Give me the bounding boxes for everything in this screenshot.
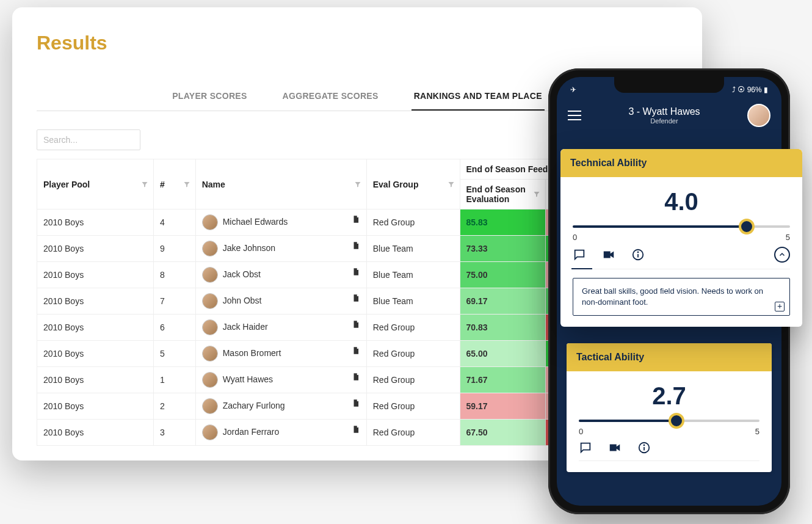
svg-point-2 [643,445,644,445]
cell-name: Jack Haider [195,315,366,341]
slider-min: 0 [573,233,577,242]
top-bar: 3 - Wyatt Hawes Defender [557,98,781,136]
tab-aggregate-scores[interactable]: AGGREGATE SCORES [280,85,381,111]
video-icon[interactable] [602,248,615,261]
avatar [202,372,218,388]
avatar [202,346,218,362]
cell-num: 5 [153,341,195,367]
cell-name: Zachary Furlong [195,393,366,420]
avatar [202,293,218,309]
cell-eval: 71.67 [460,367,545,393]
page-title: Results [37,32,678,54]
filter-icon[interactable] [354,181,361,188]
score-slider[interactable] [579,420,759,422]
card-header: Tactical Ability [567,343,772,371]
status-left: ✈ [570,86,576,94]
add-note-icon[interactable]: + [775,302,785,311]
filter-icon[interactable] [448,181,455,188]
cell-name: Jake Johnson [195,236,366,262]
slider-thumb[interactable] [739,219,755,235]
document-icon[interactable] [352,319,360,329]
svg-point-5 [637,252,638,252]
cell-num: 7 [153,288,195,315]
avatar [202,241,218,257]
document-icon[interactable] [352,293,360,303]
cell-name: Wyatt Hawes [195,367,366,393]
document-icon[interactable] [352,267,360,277]
avatar [202,267,218,283]
phone-notch [614,77,724,93]
cell-num: 8 [153,262,195,288]
cell-name: Mason Bromert [195,341,366,367]
cell-num: 4 [153,209,195,236]
status-right: ⤴ ⦿ 96% ▮ [732,86,768,94]
slider-thumb[interactable] [669,413,684,429]
cell-name: Michael Edwards [195,209,366,236]
document-icon[interactable] [352,346,360,355]
collapse-icon[interactable] [774,247,790,263]
avatar[interactable] [747,104,770,127]
avatar [202,214,218,230]
cell-pool: 2010 Boys [37,209,154,236]
info-icon[interactable] [637,441,651,454]
col-end-eval[interactable]: End of Season Evaluation [460,180,545,209]
score-slider[interactable] [573,225,790,228]
cell-eval: 85.83 [460,209,545,236]
tab-player-scores[interactable]: PLAYER SCORES [170,85,249,111]
filter-icon[interactable] [183,181,190,188]
comment-icon[interactable] [573,248,586,261]
cell-group: Red Group [366,367,460,393]
cell-eval: 70.83 [460,315,545,341]
col-player-pool[interactable]: Player Pool [37,159,154,209]
slider-max: 5 [755,427,759,436]
avatar [202,319,218,335]
comment-icon[interactable] [579,441,592,454]
cell-num: 2 [153,393,195,420]
cell-num: 1 [153,367,195,393]
cell-group: Blue Team [366,288,460,315]
filter-icon[interactable] [533,191,540,198]
col-number[interactable]: # [153,159,195,209]
tab-rankings[interactable]: RANKINGS AND TEAM PLACE [411,85,545,111]
search-input[interactable] [37,129,140,150]
cell-pool: 2010 Boys [37,262,154,288]
player-title: 3 - Wyatt Hawes Defender [581,106,747,125]
cell-name: Jordan Ferraro [195,420,366,446]
document-icon[interactable] [352,424,360,434]
cell-pool: 2010 Boys [37,393,154,420]
cell-group: Red Group [366,393,460,420]
cell-eval: 65.00 [460,341,545,367]
cell-eval: 69.17 [460,288,545,315]
note-text[interactable]: Great ball skills, good field vision. Ne… [573,278,790,316]
cell-group: Blue Team [366,236,460,262]
info-icon[interactable] [631,248,645,261]
cell-group: Red Group [366,315,460,341]
cell-pool: 2010 Boys [37,420,154,446]
document-icon[interactable] [352,241,360,250]
cell-pool: 2010 Boys [37,288,154,315]
score-value: 2.7 [579,382,759,410]
cell-pool: 2010 Boys [37,367,154,393]
filter-icon[interactable] [141,181,148,188]
menu-icon[interactable] [568,111,581,120]
document-icon[interactable] [352,398,360,408]
cell-name: John Obst [195,288,366,315]
video-icon[interactable] [608,441,622,454]
col-eval-group[interactable]: Eval Group [366,159,460,209]
document-icon[interactable] [352,214,360,224]
slider-min: 0 [579,427,583,436]
document-icon[interactable] [352,372,360,382]
player-role: Defender [581,117,747,125]
cell-num: 9 [153,236,195,262]
cell-eval: 59.17 [460,393,545,420]
score-value: 4.0 [573,188,790,216]
col-name[interactable]: Name [195,159,366,209]
avatar [202,424,218,440]
cell-group: Red Group [366,341,460,367]
cell-pool: 2010 Boys [37,236,154,262]
cell-group: Red Group [366,209,460,236]
cell-pool: 2010 Boys [37,341,154,367]
cell-eval: 67.50 [460,420,545,446]
card-header: Technical Ability [560,149,802,177]
tactical-ability-card: Tactical Ability 2.7 0 5 [567,343,772,472]
